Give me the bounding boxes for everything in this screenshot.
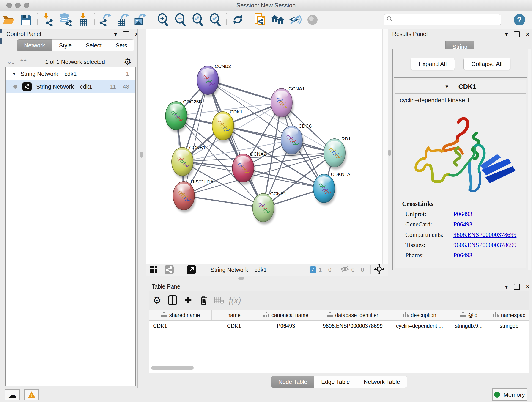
panel-menu-icon[interactable]: ▾: [505, 283, 508, 290]
collapse-triangle-icon[interactable]: ▼: [445, 84, 449, 89]
right-splitter-handle[interactable]: [388, 150, 391, 156]
network-collection-row[interactable]: ▼ String Network – cdk1 1: [6, 67, 135, 80]
network-node-CCNE1[interactable]: [253, 193, 275, 224]
left-splitter[interactable]: [138, 29, 146, 388]
search-input[interactable]: [393, 16, 499, 23]
protein-header-row[interactable]: ▼ CDK1: [395, 80, 526, 94]
tab-network-table[interactable]: Network Table: [357, 376, 407, 388]
network-node-HIST1H1A[interactable]: [173, 182, 196, 212]
crosslink-link[interactable]: P06493: [453, 252, 472, 259]
collapse-all-button[interactable]: Collapse All: [463, 58, 511, 70]
import-network-icon[interactable]: [41, 13, 56, 27]
import-table-icon[interactable]: [76, 13, 90, 27]
zoom-fit-icon[interactable]: [191, 13, 205, 27]
network-graph[interactable]: CCNB2CCNA1CDC25BCDK1CDC6RB1CCNB1CCNA2CDK…: [146, 29, 388, 264]
horizontal-splitter[interactable]: [146, 275, 388, 281]
table-horizontal-scrollbar[interactable]: [151, 366, 194, 370]
column-header-namespac[interactable]: namespac: [488, 310, 529, 320]
search-box[interactable]: [384, 14, 501, 25]
add-column-icon[interactable]: +: [181, 293, 195, 307]
table-gear-icon[interactable]: ⚙: [150, 294, 164, 307]
crosslink-link[interactable]: P06493: [453, 211, 472, 218]
memory-button[interactable]: Memory: [492, 389, 527, 401]
delete-column-icon[interactable]: [197, 294, 210, 307]
crosslink-link[interactable]: P06493: [453, 221, 472, 228]
network-edge[interactable]: [208, 80, 263, 208]
export-image-icon[interactable]: [133, 13, 148, 27]
zoom-in-icon[interactable]: [156, 13, 170, 27]
warnings-button[interactable]: [24, 389, 39, 400]
network-node-CCNB2[interactable]: [197, 66, 220, 97]
left-splitter-handle[interactable]: [140, 152, 143, 158]
string-badge-gray-icon[interactable]: [162, 263, 176, 276]
panel-menu-icon[interactable]: ▾: [114, 31, 117, 38]
hide-show-icon[interactable]: [288, 13, 302, 27]
zoom-out-icon[interactable]: [173, 13, 188, 27]
selected-checkbox-icon[interactable]: ✓: [310, 266, 317, 273]
hidden-count: 0 – 0: [351, 267, 364, 273]
control-panel-controls: ▾ ×: [114, 31, 138, 38]
crosslink-link[interactable]: 9606.ENSP00000378699: [453, 242, 516, 249]
network-node-CCNA2[interactable]: [232, 154, 255, 185]
tree-expand-icon[interactable]: ▼: [12, 71, 17, 77]
pan-crosshair-icon[interactable]: [374, 264, 385, 276]
column-header-shared-name[interactable]: shared name: [149, 310, 212, 320]
network-node-CDK1[interactable]: [212, 112, 235, 143]
crosslinks-title: CrossLinks: [402, 200, 526, 207]
column-header-@id[interactable]: @id: [449, 310, 488, 320]
homes-icon[interactable]: [271, 13, 285, 27]
tab-edge-table[interactable]: Edge Table: [314, 376, 357, 388]
network-canvas[interactable]: CCNB2CCNA1CDC25BCDK1CDC6RB1CCNB1CCNA2CDK…: [146, 29, 388, 264]
network-edge[interactable]: [184, 196, 263, 208]
network-node-count: 11: [110, 83, 116, 90]
column-header-name[interactable]: name: [212, 310, 256, 320]
table-row[interactable]: CDK1CDK1P064939606.ENSP00000378699cyclin…: [149, 321, 529, 331]
column-header-description[interactable]: description: [390, 310, 449, 320]
help-button[interactable]: ?: [514, 14, 525, 26]
collapse-all-icon[interactable]: ⌄⌄: [7, 58, 14, 65]
network-node-CDKN1A[interactable]: [313, 174, 336, 205]
preview-eye-icon[interactable]: [305, 13, 320, 27]
network-node-CDC6[interactable]: [281, 126, 304, 157]
network-edge[interactable]: [184, 153, 335, 196]
horizontal-splitter-handle[interactable]: [238, 277, 244, 280]
network-node-RB1[interactable]: [324, 139, 346, 170]
open-in-window-icon[interactable]: [185, 263, 198, 276]
column-header-canonical-name[interactable]: canonical name: [256, 310, 316, 320]
panel-close-icon[interactable]: ×: [526, 283, 529, 290]
network-node-CCNB1[interactable]: [172, 147, 194, 178]
results-scrollbar[interactable]: [528, 49, 531, 270]
birds-eye-view-icon[interactable]: [147, 263, 160, 276]
import-database-icon[interactable]: [59, 13, 73, 27]
expand-all-button[interactable]: Expand All: [411, 58, 455, 70]
column-header-database-identifier[interactable]: database identifier: [316, 310, 390, 320]
right-splitter[interactable]: [388, 29, 391, 273]
show-columns-icon[interactable]: [166, 294, 179, 307]
tab-sets[interactable]: Sets: [109, 39, 134, 51]
save-icon[interactable]: [19, 13, 33, 27]
open-folder-icon[interactable]: [2, 13, 16, 27]
canvas-scrollbar[interactable]: [382, 29, 388, 264]
zoom-selected-icon[interactable]: [208, 13, 222, 27]
cloud-button[interactable]: ☁: [5, 389, 20, 400]
tab-style[interactable]: Style: [52, 39, 79, 51]
panel-float-icon[interactable]: [123, 32, 129, 37]
panel-menu-icon[interactable]: ▾: [505, 31, 508, 38]
clone-network-icon[interactable]: [253, 13, 267, 27]
panel-close-icon[interactable]: ×: [526, 31, 529, 38]
tab-select[interactable]: Select: [79, 39, 109, 51]
panel-float-icon[interactable]: [514, 32, 520, 37]
export-network-icon[interactable]: [99, 13, 113, 27]
refresh-icon[interactable]: [231, 13, 245, 27]
network-row[interactable]: String Network – cdk1 11 48: [6, 80, 135, 93]
network-edge[interactable]: [223, 126, 335, 153]
tab-node-table[interactable]: Node Table: [271, 376, 314, 388]
crosslink-link[interactable]: 9606.ENSP00000378699: [453, 231, 516, 238]
export-table-icon[interactable]: [116, 13, 130, 27]
panel-float-icon[interactable]: [514, 284, 520, 290]
table-cell: CDK1: [149, 321, 212, 331]
tab-network[interactable]: Network: [17, 39, 52, 51]
network-mapped-icon: [161, 312, 167, 318]
expand-all-icon[interactable]: ⌃⌃: [19, 58, 27, 65]
gear-icon[interactable]: ⚙: [124, 57, 132, 67]
